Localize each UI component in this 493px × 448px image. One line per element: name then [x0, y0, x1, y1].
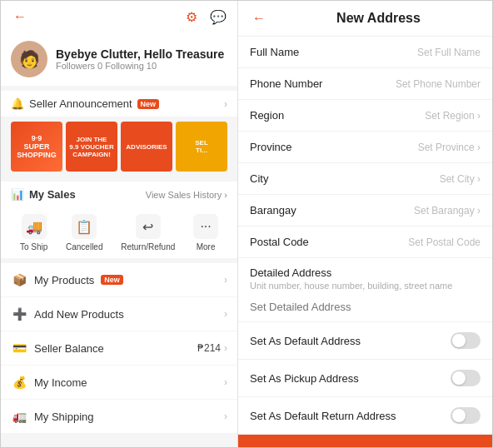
banner-row: 9·9SUPERSHOPPING JOIN THE9.9 VOUCHERCAMP… — [1, 117, 237, 177]
barangay-label: Barangay — [250, 204, 296, 217]
postal-code-label: Postal Code — [250, 236, 309, 248]
my-shipping-chevron: › — [224, 411, 227, 422]
banner-tips[interactable]: SELTI... — [176, 122, 227, 172]
left-header: ← ⚙ 💬 — [1, 1, 237, 32]
full-name-row[interactable]: Full Name Set Full Name — [238, 37, 492, 68]
detailed-address-section: Detailed Address Unit number, house numb… — [238, 258, 492, 322]
return-label: Return/Refund — [121, 242, 175, 251]
header-icons: ⚙ 💬 — [182, 7, 227, 26]
menu-add-products[interactable]: ➕ Add New Products › — [1, 297, 237, 331]
region-row[interactable]: Region Set Region › — [238, 100, 492, 132]
seller-balance-left: 💳 Seller Balance — [11, 340, 104, 356]
to-ship-icon: 🚚 — [22, 214, 47, 239]
cancelled-icon: 📋 — [72, 214, 97, 239]
my-sales-label: My Sales — [29, 188, 76, 201]
chat-icon[interactable]: 💬 — [209, 7, 227, 26]
profile-name: Byebye Clutter, Hello Treasure — [56, 47, 224, 61]
province-row[interactable]: Province Set Province › — [238, 132, 492, 163]
seller-balance-label: Seller Balance — [34, 342, 104, 355]
banner-advisories[interactable]: ADVISORIES — [121, 122, 172, 172]
my-products-left: 📦 My Products New — [11, 271, 123, 288]
default-return-toggle-row: Set As Default Return Address — [238, 397, 492, 435]
seller-balance-value: ₱214 — [197, 342, 221, 354]
submit-button[interactable]: SUBMIT — [238, 435, 492, 447]
pickup-address-toggle-row: Set As Pickup Address — [238, 360, 492, 397]
pickup-address-label: Set As Pickup Address — [250, 372, 359, 385]
phone-number-value: Set Phone Number — [396, 78, 481, 90]
sales-to-ship[interactable]: 🚚 To Ship — [20, 214, 47, 251]
my-sales-row: 📊 My Sales View Sales History › — [1, 182, 237, 207]
seller-balance-icon: 💳 — [11, 340, 27, 356]
my-shipping-icon: 🚛 — [11, 408, 27, 425]
full-name-label: Full Name — [250, 46, 299, 58]
postal-code-value: Set Postal Code — [408, 236, 481, 248]
announcement-left: 🔔 Seller Announcement New — [11, 97, 159, 110]
address-form: Full Name Set Full Name Phone Number Set… — [238, 37, 492, 447]
sales-return-refund[interactable]: ↩ Return/Refund — [121, 214, 175, 251]
seller-balance-chevron: › — [224, 342, 227, 354]
announcement-label: Seller Announcement — [29, 97, 132, 110]
province-label: Province — [250, 141, 292, 153]
full-name-value: Set Full Name — [417, 47, 481, 58]
default-address-label: Set As Default Address — [250, 335, 361, 347]
my-income-left: 💰 My Income — [11, 374, 87, 391]
return-icon: ↩ — [136, 214, 161, 239]
seller-balance-right: ₱214 › — [197, 342, 227, 354]
my-income-icon: 💰 — [11, 374, 27, 391]
city-row[interactable]: City Set City › — [238, 163, 492, 195]
left-panel: ← ⚙ 💬 🧑 Byebye Clutter, Hello Treasure F… — [1, 1, 238, 448]
add-products-icon: ➕ — [11, 306, 27, 322]
postal-code-row[interactable]: Postal Code Set Postal Code — [238, 226, 492, 258]
announcement-chevron: › — [224, 98, 227, 110]
menu-my-products[interactable]: 📦 My Products New › — [1, 263, 237, 296]
menu-items: 📦 My Products New › ➕ Add New Products ›… — [1, 263, 237, 433]
app-container: ← ⚙ 💬 🧑 Byebye Clutter, Hello Treasure F… — [0, 0, 493, 448]
profile-section: 🧑 Byebye Clutter, Hello Treasure Followe… — [1, 32, 237, 86]
pickup-address-toggle[interactable] — [451, 370, 481, 386]
sales-more[interactable]: ··· More — [193, 214, 218, 251]
menu-seller-balance[interactable]: 💳 Seller Balance ₱214 › — [1, 331, 237, 365]
default-address-toggle-row: Set As Default Address — [238, 322, 492, 360]
my-shipping-label: My Shipping — [34, 411, 94, 423]
add-products-left: ➕ Add New Products — [11, 306, 124, 322]
cancelled-label: Cancelled — [66, 242, 102, 251]
announcement-icon: 🔔 — [11, 97, 24, 110]
detailed-address-input[interactable] — [238, 296, 492, 321]
phone-number-row[interactable]: Phone Number Set Phone Number — [238, 68, 492, 100]
new-address-title: New Address — [276, 11, 481, 26]
profile-info: Byebye Clutter, Hello Treasure Followers… — [56, 47, 224, 71]
settings-icon[interactable]: ⚙ — [182, 7, 201, 26]
add-products-chevron: › — [224, 308, 227, 320]
my-products-label: My Products — [34, 274, 94, 286]
sales-cancelled[interactable]: 📋 Cancelled — [66, 214, 102, 251]
default-address-toggle[interactable] — [451, 332, 481, 349]
province-value: Set Province › — [418, 142, 481, 153]
default-return-toggle[interactable] — [451, 407, 481, 424]
barangay-row[interactable]: Barangay Set Barangay › — [238, 195, 492, 226]
default-return-label: Set As Default Return Address — [250, 410, 396, 422]
view-history-link[interactable]: View Sales History › — [146, 190, 227, 200]
city-value: Set City › — [440, 173, 481, 185]
sales-icon: 📊 — [11, 188, 24, 201]
more-label: More — [197, 242, 216, 251]
region-value: Set Region › — [425, 110, 481, 122]
my-shipping-left: 🚛 My Shipping — [11, 408, 94, 425]
back-icon-left[interactable]: ← — [11, 7, 29, 26]
my-products-chevron: › — [224, 274, 227, 286]
sales-icons-row: 🚚 To Ship 📋 Cancelled ↩ Return/Refund ··… — [1, 207, 237, 258]
my-sales-left: 📊 My Sales — [11, 188, 76, 201]
announcement-badge: New — [137, 99, 160, 109]
right-panel: ← New Address Full Name Set Full Name Ph… — [238, 1, 492, 447]
menu-my-shipping[interactable]: 🚛 My Shipping › — [1, 400, 237, 433]
banner-99[interactable]: 9·9SUPERSHOPPING — [11, 122, 62, 172]
announcement-row[interactable]: 🔔 Seller Announcement New › — [1, 91, 237, 117]
detailed-address-sublabel: Unit number, house number, building, str… — [238, 281, 492, 296]
my-products-right: › — [224, 274, 227, 286]
avatar: 🧑 — [11, 41, 47, 77]
add-products-label: Add New Products — [34, 308, 124, 321]
back-icon-right[interactable]: ← — [250, 9, 268, 27]
menu-my-income[interactable]: 💰 My Income › — [1, 366, 237, 399]
banner-voucher[interactable]: JOIN THE9.9 VOUCHERCAMPAIGN! — [66, 122, 117, 172]
region-label: Region — [250, 109, 284, 122]
to-ship-label: To Ship — [20, 242, 47, 251]
